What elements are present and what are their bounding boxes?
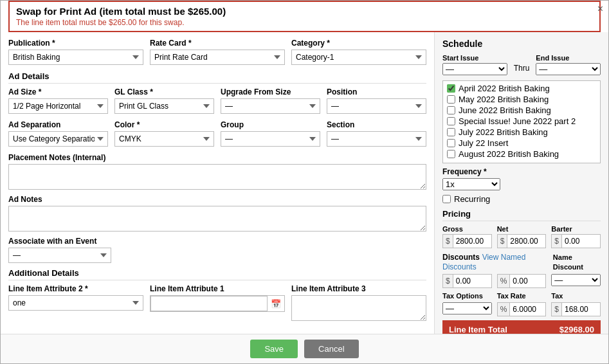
net-prefix: $ <box>498 235 508 248</box>
line-item-total-value: $2968.00 <box>559 325 594 334</box>
issue-label: Special Issue! June 2022 part 2 <box>459 116 576 126</box>
issue-label: August 2022 British Baking <box>459 149 559 159</box>
issue-checkbox[interactable] <box>447 128 455 136</box>
ad-notes-textarea[interactable] <box>8 206 426 232</box>
tax-label-group: Tax <box>551 292 601 301</box>
issue-checkbox[interactable] <box>447 139 455 147</box>
placement-notes-textarea[interactable] <box>8 164 426 190</box>
section-group: Section — <box>327 120 426 147</box>
position-select[interactable]: — <box>327 98 426 114</box>
additional-attrs-row: Line Item Attribute 2 * one Line Item At… <box>8 284 426 321</box>
frequency-select[interactable]: 1x <box>442 178 500 190</box>
associate-event-select[interactable]: — <box>8 248 111 263</box>
issue-item: Special Issue! June 2022 part 2 <box>447 116 596 126</box>
cancel-button[interactable]: Cancel <box>304 340 358 358</box>
tax-rate-wrap: % <box>497 302 547 316</box>
pub-rc-cat-row: Publication * British Baking Rate Card *… <box>8 39 426 65</box>
frequency-label: Frequency * <box>442 167 601 176</box>
ad-size-group: Ad Size * 1/2 Page Horizontal <box>8 87 108 114</box>
category-select[interactable]: Category-1 <box>291 50 426 65</box>
recurring-checkbox[interactable] <box>442 195 451 203</box>
name-discount-select-group: — <box>551 274 601 288</box>
rate-card-label: Rate Card * <box>150 39 285 48</box>
upgrade-size-select[interactable]: — <box>221 98 320 114</box>
line-item-attr2-select[interactable]: one <box>8 295 143 311</box>
ad-size-gl-upgrade-pos-row: Ad Size * 1/2 Page Horizontal GL Class *… <box>8 87 426 114</box>
publication-group: Publication * British Baking <box>8 39 143 65</box>
issue-label: May 2022 British Baking <box>459 95 549 104</box>
frequency-group: Frequency * 1x <box>442 167 601 190</box>
modal-title: Swap for Print Ad (item total must be $2… <box>16 6 593 17</box>
color-select[interactable]: CMYK <box>114 131 214 147</box>
line-item-attr1-input[interactable] <box>150 296 268 311</box>
discount-dollar-wrap: $ <box>442 274 492 288</box>
additional-details-title: Additional Details <box>8 268 426 280</box>
issue-item: April 2022 British Baking <box>447 84 596 93</box>
tax-label: Tax <box>551 292 601 300</box>
ad-separation-label: Ad Separation <box>8 120 108 129</box>
line-item-attr2-group: Line Item Attribute 2 * one <box>8 284 143 321</box>
close-icon[interactable]: × <box>597 3 603 15</box>
tax-amount-group: $ <box>551 302 601 316</box>
issue-item: June 2022 British Baking <box>447 105 596 115</box>
issue-item: August 2022 British Baking <box>447 149 596 159</box>
ad-separation-group: Ad Separation Use Category Separation <box>8 120 108 147</box>
ad-size-select[interactable]: 1/2 Page Horizontal <box>8 98 108 114</box>
publication-label: Publication * <box>8 39 143 48</box>
start-end-row: Start Issue — Thru End Issue — <box>442 54 601 75</box>
placement-notes-label: Placement Notes (Internal) <box>8 153 426 162</box>
discount-pct-input[interactable] <box>510 275 545 287</box>
sep-color-group-sec-row: Ad Separation Use Category Separation Co… <box>8 120 426 147</box>
recurring-row: Recurring <box>442 194 601 204</box>
rate-card-select[interactable]: Print Rate Card <box>150 50 285 65</box>
upgrade-size-label: Upgrade From Size <box>221 87 320 96</box>
issue-checkbox[interactable] <box>447 106 455 114</box>
start-issue-select[interactable]: — <box>442 63 507 75</box>
tax-rate-input[interactable] <box>510 303 545 316</box>
group-select[interactable]: — <box>221 131 320 147</box>
swap-modal: × Swap for Print Ad (item total must be … <box>0 0 609 364</box>
issue-checkbox[interactable] <box>447 95 455 104</box>
line-item-attr3-label: Line Item Attribute 3 <box>291 284 426 293</box>
issue-label: July 2022 British Baking <box>459 127 548 137</box>
save-button[interactable]: Save <box>250 340 298 358</box>
end-issue-select[interactable]: — <box>536 63 601 75</box>
tax-dollar: $ <box>552 303 562 316</box>
section-select[interactable]: — <box>327 131 426 147</box>
barter-group: Barter $ <box>551 225 601 248</box>
issue-checkbox[interactable] <box>447 84 455 93</box>
issue-label: April 2022 British Baking <box>459 84 550 93</box>
discount-pct-group: % <box>497 274 547 288</box>
tax-rate-label: Tax Rate <box>497 292 547 300</box>
ad-separation-select[interactable]: Use Category Separation <box>8 131 108 147</box>
publication-select[interactable]: British Baking <box>8 50 143 65</box>
gl-class-select[interactable]: Print GL Class <box>114 98 214 114</box>
end-issue-label: End Issue <box>536 54 601 62</box>
barter-input[interactable] <box>562 235 600 248</box>
ad-notes-label: Ad Notes <box>8 195 426 204</box>
rate-card-group: Rate Card * Print Rate Card <box>150 39 285 65</box>
line-item-attr3-textarea[interactable] <box>291 295 426 321</box>
issues-checklist: April 2022 British BakingMay 2022 Britis… <box>442 80 601 163</box>
tax-options-select[interactable]: — <box>442 302 492 314</box>
category-label: Category * <box>291 39 426 48</box>
name-discount-group: Name Discount <box>553 252 601 271</box>
line-item-total-label: Line Item Total <box>449 325 507 334</box>
issue-checkbox[interactable] <box>447 150 455 158</box>
tax-amount-input[interactable] <box>562 303 600 316</box>
issue-item: July 22 Insert <box>447 138 596 148</box>
name-discount-select[interactable]: — <box>551 274 601 286</box>
schedule-title: Schedule <box>442 39 601 49</box>
associate-event-group: Associate with an Event — <box>8 237 426 263</box>
barter-prefix: $ <box>552 235 562 248</box>
placement-notes-group: Placement Notes (Internal) <box>8 153 426 190</box>
discount-dollar-input[interactable] <box>453 275 491 287</box>
gl-class-group: GL Class * Print GL Class <box>114 87 214 114</box>
net-input[interactable] <box>507 235 545 248</box>
upgrade-size-group: Upgrade From Size — <box>221 87 320 114</box>
position-label: Position <box>327 87 426 96</box>
issue-checkbox[interactable] <box>447 117 455 125</box>
gross-input[interactable] <box>453 235 491 248</box>
issue-item: May 2022 British Baking <box>447 95 596 104</box>
modal-subtitle: The line item total must be $265.00 for … <box>16 18 593 27</box>
